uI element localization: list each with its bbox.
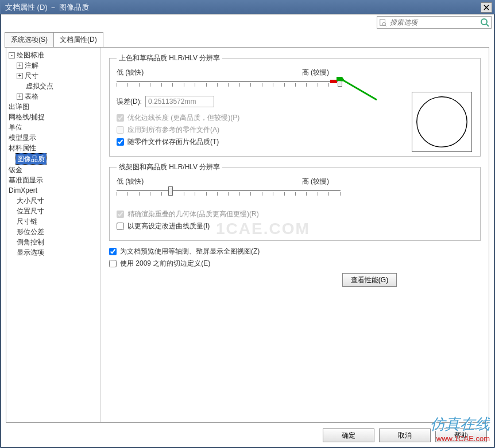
quality-slider-1[interactable] [117, 79, 341, 90]
expand-icon[interactable]: + [17, 94, 23, 100]
tree-item[interactable]: 单位 [7, 122, 99, 133]
tree-item[interactable]: 虚拟交点 [7, 81, 99, 91]
save-tess-checkbox[interactable] [117, 138, 124, 146]
wireframe-quality-legend: 线架图和高品质 HLR/HLV 分辨率 [117, 162, 222, 172]
iso-preview-label: 为文档预览使用等轴测、整屏显示全图视图(Z) [120, 247, 260, 256]
pre2009-label: 使用 2009 之前的切边定义(E) [120, 259, 210, 268]
iso-preview-checkbox[interactable] [109, 248, 117, 255]
precise-render-checkbox [117, 211, 124, 218]
dialog-buttons: 确定 取消 帮助 [323, 428, 487, 442]
close-button[interactable] [481, 2, 492, 13]
improve-curve-row[interactable]: 以更高设定改进曲线质量(I) [117, 221, 473, 231]
tree-item[interactable]: +注解 [7, 60, 99, 71]
tree-item[interactable]: +表格 [7, 91, 99, 102]
tree-item-label: 位置尺寸 [17, 207, 44, 215]
search-doc-icon [379, 18, 387, 26]
tree-item[interactable]: 形位公差 [7, 227, 99, 237]
toolbar [1, 14, 494, 30]
tree-item[interactable]: -绘图标准 [7, 50, 99, 60]
cancel-button[interactable]: 取消 [379, 428, 431, 442]
collapse-icon[interactable]: - [9, 52, 15, 59]
apply-all-label: 应用到所有参考的零件文件(A) [127, 125, 219, 135]
quality-slider-2[interactable] [117, 188, 341, 199]
tab-document-properties[interactable]: 文档属性(D) [53, 32, 103, 48]
preview-box [412, 92, 472, 152]
tree-item-label: 基准面显示 [9, 176, 43, 184]
search-wrap [377, 16, 492, 29]
slider2-low-label: 低 (较快) [117, 177, 144, 186]
close-icon [484, 5, 489, 10]
tree-item[interactable]: 图像品质 [16, 153, 47, 165]
tree-item[interactable]: 模型显示 [7, 133, 99, 143]
slider2-high-label: 高 (较慢) [302, 177, 329, 186]
tree-item-label: 钣金 [9, 166, 22, 174]
tree-item-label: 大小尺寸 [17, 197, 44, 205]
tree-item[interactable]: 位置尺寸 [7, 206, 99, 216]
shaded-quality-group: 上色和草稿品质 HLR/HLV 分辨率 低 (较快) 高 (较慢) [109, 53, 481, 157]
tree-item-label: 注解 [25, 61, 38, 69]
settings-pane: 1CAE.COM 上色和草稿品质 HLR/HLV 分辨率 低 (较快) 高 (较… [101, 48, 489, 422]
tree-item[interactable]: DimXpert [7, 185, 99, 196]
apply-all-checkbox [117, 126, 124, 134]
expand-icon[interactable]: + [17, 73, 23, 79]
expand-icon[interactable]: + [17, 63, 23, 69]
improve-curve-checkbox[interactable] [117, 223, 124, 230]
tree-item[interactable]: 出详图 [7, 102, 99, 112]
tree-item[interactable]: 尺寸链 [7, 216, 99, 227]
tree-item-label: 模型显示 [9, 134, 36, 142]
tree-item[interactable]: +尺寸 [7, 71, 99, 81]
tree-item-label: 尺寸链 [17, 217, 37, 225]
tree-item-label: 绘图标准 [17, 51, 44, 59]
tab-row: 系统选项(S) 文档属性(D) [1, 32, 494, 48]
titlebar: 文档属性 (D) － 图像品质 [1, 1, 494, 14]
category-tree[interactable]: -绘图标准+注解+尺寸虚拟交点+表格出详图网格线/捕捉单位模型显示材料属性图像品… [6, 48, 101, 422]
tree-item-label: 出详图 [9, 103, 29, 111]
pre2009-checkbox[interactable] [109, 260, 117, 267]
search-icon[interactable] [480, 18, 489, 27]
window-title: 文档属性 (D) － 图像品质 [3, 2, 481, 13]
shaded-quality-legend: 上色和草稿品质 HLR/HLV 分辨率 [117, 53, 222, 63]
svg-point-3 [481, 19, 487, 25]
save-tess-label: 随零件文件保存面片化品质(T) [127, 137, 219, 147]
slider2-labels: 低 (较快) 高 (较慢) [117, 177, 329, 186]
slider1-labels: 低 (较快) 高 (较慢) [117, 68, 329, 77]
tree-item[interactable]: 倒角控制 [7, 237, 99, 247]
tree-item-label: 单位 [9, 123, 22, 131]
tree-item[interactable]: 网格线/捕捉 [7, 112, 99, 122]
tree-item-label: 材料属性 [9, 144, 36, 152]
improve-curve-label: 以更高设定改进曲线质量(I) [127, 221, 210, 231]
main-panel: -绘图标准+注解+尺寸虚拟交点+表格出详图网格线/捕捉单位模型显示材料属性图像品… [6, 47, 489, 423]
precise-render-label: 精确渲染重叠的几何体(品质更高但更慢)(R) [127, 209, 259, 219]
tree-item-label: 倒角控制 [17, 238, 44, 246]
iso-preview-row[interactable]: 为文档预览使用等轴测、整屏显示全图视图(Z) [109, 247, 481, 256]
deviation-label: 误差(D): [117, 97, 145, 107]
help-button[interactable]: 帮助 [435, 428, 487, 442]
tree-item[interactable]: 材料属性 [7, 143, 99, 153]
ok-button[interactable]: 确定 [323, 428, 374, 442]
tree-item[interactable]: 钣金 [7, 165, 99, 175]
tree-item-label: DimXpert [9, 186, 37, 194]
tree-item-label: 虚拟交点 [26, 82, 53, 90]
precise-render-row: 精确渲染重叠的几何体(品质更高但更慢)(R) [117, 209, 473, 219]
optimize-edge-label: 优化边线长度 (更高品质，但较慢)(P) [127, 113, 239, 123]
tree-item[interactable]: 基准面显示 [7, 175, 99, 185]
svg-point-6 [417, 97, 467, 147]
view-performance-button[interactable]: 查看性能(G) [342, 273, 397, 287]
tree-item[interactable]: 大小尺寸 [7, 196, 99, 206]
tree-item-label: 尺寸 [25, 72, 38, 80]
tree-item-label: 表格 [25, 92, 38, 100]
search-input[interactable] [377, 16, 492, 29]
deviation-input[interactable] [145, 96, 214, 107]
tree-item-label: 显示选项 [17, 248, 44, 256]
slider1-thumb[interactable] [338, 77, 342, 87]
dialog-window: 文档属性 (D) － 图像品质 系统选项(S) 文档属性(D) -绘图标准+注解… [0, 0, 495, 448]
slider2-thumb[interactable] [168, 186, 173, 196]
tree-item-label: 网格线/捕捉 [9, 113, 45, 121]
svg-line-4 [486, 24, 489, 26]
tab-system-options[interactable]: 系统选项(S) [5, 32, 54, 48]
optimize-edge-checkbox [117, 114, 124, 122]
preview-circle-icon [415, 95, 469, 149]
pre2009-row[interactable]: 使用 2009 之前的切边定义(E) [109, 259, 481, 268]
tree-item[interactable]: 显示选项 [7, 247, 99, 258]
tree-item-label: 形位公差 [17, 228, 44, 236]
